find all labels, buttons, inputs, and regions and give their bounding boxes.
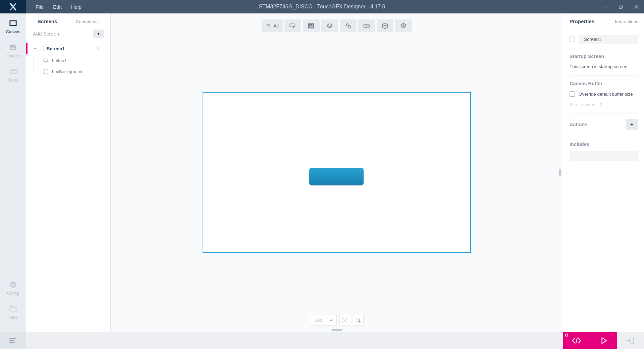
run-button-group: [563, 332, 617, 349]
run-target-button[interactable]: [617, 332, 644, 349]
activity-item-config[interactable]: Config: [7, 280, 19, 296]
startup-screen-status: This screen is startup screen: [570, 64, 638, 69]
includes-title: Includes: [570, 142, 638, 147]
menu-edit[interactable]: Edit: [48, 1, 66, 13]
screen-tree-label: Screen1: [47, 46, 65, 51]
crop-canvas-button[interactable]: [353, 315, 364, 326]
tree-row-boxbackground[interactable]: boxBackground: [26, 66, 110, 77]
widget-filter-toolbar: All: [262, 19, 412, 32]
override-buffer-label: Override default buffer size: [579, 92, 633, 97]
buffer-size-label: Size in bytes: [570, 102, 595, 107]
properties-panel: Properties Interactions Screen1 Startup …: [563, 13, 644, 332]
vertical-scrollbar-thumb[interactable]: [559, 169, 561, 176]
actions-section: Actions +: [570, 113, 638, 136]
includes-section: Includes: [570, 136, 638, 167]
zoom-controls: 100: [310, 315, 364, 326]
notification-badge: [565, 334, 568, 337]
tab-properties[interactable]: Properties: [570, 18, 594, 24]
screen-artboard[interactable]: [203, 92, 471, 253]
activity-item-label: Canvas: [6, 30, 20, 34]
bottom-bar: [0, 332, 644, 349]
activity-item-label: Config: [7, 291, 19, 296]
focus-center-icon: [342, 317, 348, 323]
activity-item-files[interactable]: Files: [9, 304, 17, 320]
zoom-level-value: 100: [315, 318, 322, 323]
activity-bar-footer: Config Files: [7, 280, 19, 329]
filter-buttons-button[interactable]: [284, 19, 301, 32]
canvas-area: All: [111, 13, 563, 332]
activity-item-texts[interactable]: Texts: [8, 67, 18, 83]
tab-screens[interactable]: Screens: [38, 18, 57, 24]
activity-item-label: Texts: [8, 78, 18, 83]
folder-icon: [9, 304, 17, 313]
menu-help[interactable]: Help: [66, 1, 86, 13]
run-simulator-button[interactable]: [590, 332, 617, 349]
override-buffer-checkbox[interactable]: [570, 91, 575, 97]
tree-row-button1[interactable]: button1: [26, 55, 110, 66]
tab-interactions[interactable]: Interactions: [615, 19, 638, 24]
includes-input[interactable]: [570, 151, 638, 161]
close-button[interactable]: [629, 0, 644, 13]
activity-item-label: Images: [6, 54, 20, 58]
button-widget-icon: [43, 57, 49, 64]
add-screen-button[interactable]: +: [93, 30, 104, 38]
activity-item-canvas[interactable]: Canvas: [6, 19, 20, 34]
code-icon: [572, 337, 582, 345]
menu-file[interactable]: File: [31, 1, 48, 13]
play-icon: [600, 337, 608, 345]
app-logo[interactable]: [0, 0, 26, 13]
add-action-button[interactable]: +: [626, 119, 638, 130]
log-panel-toggle-button[interactable]: [0, 332, 26, 349]
filter-layers-button[interactable]: [321, 19, 338, 32]
toggle-icon: [363, 22, 371, 30]
screen1-children: button1 boxBackground: [26, 55, 110, 77]
button1-widget[interactable]: [309, 168, 364, 185]
canvas-resize-handle[interactable]: [331, 329, 342, 331]
restore-button[interactable]: [613, 0, 629, 13]
tree-row-screen1[interactable]: Screen1: [26, 42, 110, 55]
window-title: STM32F746G_DISCO - TouchGFX Designer - 4…: [259, 4, 385, 10]
screens-panel-tabs: Screens Containers: [26, 13, 110, 28]
override-buffer-row: Override default buffer size: [570, 91, 638, 97]
buffer-size-row: Size in bytes 0: [570, 102, 638, 107]
activity-bar: Canvas Images Texts: [0, 13, 26, 332]
images-icon: [9, 43, 17, 52]
crop-icon: [355, 317, 361, 323]
properties-panel-tabs: Properties Interactions: [570, 13, 638, 28]
filter-containers-button[interactable]: [395, 19, 412, 32]
screen-name-field[interactable]: Screen1: [579, 35, 638, 44]
screen-name-checkbox[interactable]: [570, 37, 575, 42]
cube-icon: [381, 22, 389, 30]
activity-item-label: Files: [9, 315, 17, 320]
window-controls: [598, 0, 644, 13]
filter-images-button[interactable]: [303, 19, 320, 32]
screen-name-row: Screen1: [570, 35, 638, 44]
tab-containers[interactable]: Containers: [76, 19, 98, 24]
box-widget-icon: [43, 68, 49, 75]
filter-shapes-button[interactable]: [340, 19, 357, 32]
bottom-bar-spacer: [26, 332, 563, 349]
activity-item-images[interactable]: Images: [6, 43, 20, 58]
log-lines-icon: [8, 337, 18, 344]
zoom-level-select[interactable]: 100: [310, 315, 337, 326]
widget-tree-label: button1: [52, 58, 66, 63]
canvas-buffer-title: Canvas Buffer: [570, 81, 638, 86]
canvas-buffer-section: Canvas Buffer Override default buffer si…: [570, 76, 638, 113]
chevron-down-icon[interactable]: [33, 46, 37, 51]
startup-screen-section: Startup Screen This screen is startup sc…: [570, 48, 638, 76]
filter-progress-button[interactable]: [358, 19, 375, 32]
minimize-button[interactable]: [598, 0, 613, 13]
filter-all-button[interactable]: All: [262, 19, 283, 32]
actions-title: Actions: [570, 122, 587, 127]
add-screen-label: Add Screen: [33, 31, 59, 37]
filter-all-label: All: [273, 23, 279, 29]
screen-visibility-checkbox[interactable]: [39, 46, 44, 51]
fit-to-screen-button[interactable]: [339, 315, 350, 326]
menubar: File Edit Help: [31, 1, 86, 13]
shapes-icon: [344, 22, 352, 30]
button-widget-icon: [289, 22, 297, 30]
flash-target-icon: [626, 336, 636, 345]
buffer-size-value: 0: [600, 102, 603, 107]
container-stack-icon: [399, 22, 408, 30]
filter-3d-button[interactable]: [377, 19, 393, 32]
